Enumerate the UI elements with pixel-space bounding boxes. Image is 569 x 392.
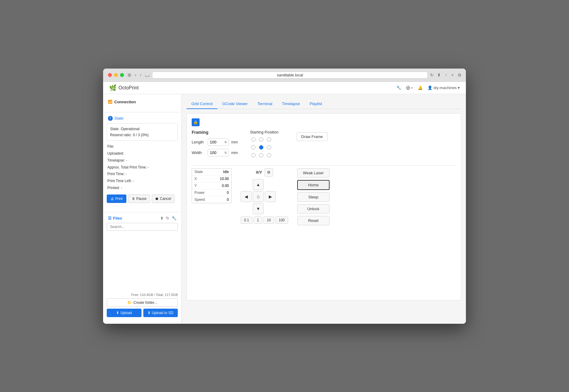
sidebar-footer: Free: 110.4GB / Total: 117.0GB 📁 Create … xyxy=(103,293,181,320)
logo-icon: 🌿 xyxy=(109,84,117,92)
xy-joystick: X/Y ⚙ ▲ ◀ ⌂ ▶ ▼ xyxy=(241,168,288,224)
main-content: Grbl Control GCode Viewer Terminal Timel… xyxy=(182,94,466,324)
speed-value-cell: 0 xyxy=(213,196,231,203)
browser-window: ⊞ ‹ › 📖 sandtable.local ↻ ⬇ ↑ + ⧉ 🌿 Octo… xyxy=(103,69,466,324)
file-info: File: Uploaded: Timelapse: - Approx. Tot… xyxy=(107,143,178,191)
folder-icon: 📁 xyxy=(127,300,132,305)
jog-empty-tl xyxy=(241,179,252,190)
wrench-icon[interactable]: 🔧 xyxy=(396,85,401,90)
connection-section: 📶 Connection xyxy=(103,98,181,110)
radio-ml[interactable] xyxy=(251,145,255,149)
width-unit: mm xyxy=(231,150,238,155)
user-menu[interactable]: 👤 diy-machines ▾ xyxy=(428,85,460,90)
back-icon[interactable]: ‹ xyxy=(135,72,136,77)
tab-gcode[interactable]: GCode Viewer xyxy=(217,99,252,109)
close-button[interactable] xyxy=(108,73,112,77)
url-bar[interactable]: sandtable.local xyxy=(152,72,428,79)
radio-tc[interactable] xyxy=(259,137,263,142)
tab-grbl[interactable]: Grbl Control xyxy=(187,99,217,109)
forward-icon[interactable]: › xyxy=(140,72,141,77)
table-row: State Idle xyxy=(192,169,231,175)
table-row: X 10.00 xyxy=(192,175,231,182)
upload-icon[interactable]: ⬆ xyxy=(160,216,164,220)
width-input[interactable]: 100 ⇅ xyxy=(208,149,229,156)
tab-terminal[interactable]: Terminal xyxy=(252,99,277,109)
reader-icon: 📖 xyxy=(145,73,150,77)
jog-grid: ▲ ◀ ⌂ ▶ ▼ xyxy=(241,179,288,214)
files-header: ☰ Files ⬆ ↻ 🔧 xyxy=(107,215,178,223)
jog-up-button[interactable]: ▲ xyxy=(253,179,264,190)
jog-empty-tr xyxy=(265,179,276,190)
radio-bl[interactable] xyxy=(251,153,255,157)
maximize-button[interactable] xyxy=(120,73,124,77)
list-icon: ☰ xyxy=(108,216,112,220)
tab-timelapse[interactable]: Timelapse xyxy=(277,99,305,109)
starting-position-title: Starting Position xyxy=(250,130,279,134)
home-button[interactable]: Home xyxy=(297,180,330,190)
download-icon[interactable]: ⬇ xyxy=(437,72,441,78)
browser-toolbar-right: ⬇ ↑ + ⧉ xyxy=(437,72,461,78)
xy-table-container: State Idle X 10.00 Y 0.0 xyxy=(192,168,232,207)
share-icon[interactable]: ↑ xyxy=(445,72,447,78)
settings-jog-button[interactable]: ⚙ xyxy=(265,168,273,177)
logo: 🌿 OctoPrint xyxy=(109,84,139,92)
y-value-cell: 0.00 xyxy=(213,182,231,189)
step-1-button[interactable]: 1 xyxy=(254,217,262,224)
print-button[interactable]: 🖨 Print xyxy=(107,194,126,203)
step-0.1-button[interactable]: 0.1 xyxy=(241,217,252,224)
length-input[interactable]: 100 ⇅ xyxy=(208,138,229,146)
main-layout: 📶 Connection i State State: Operational xyxy=(103,94,466,324)
weak-laser-button[interactable]: Weak Laser xyxy=(297,168,330,178)
files-actions: ⬆ ↻ 🔧 xyxy=(160,216,177,220)
bell-icon[interactable]: 🔔 xyxy=(418,85,423,90)
radio-mr[interactable] xyxy=(267,145,271,149)
y-label-cell: Y xyxy=(192,182,213,189)
new-tab-icon[interactable]: + xyxy=(451,72,454,78)
power-value-cell: 0 xyxy=(213,189,231,196)
lock-icon[interactable]: 🔒 xyxy=(192,118,200,126)
step-10-button[interactable]: 10 xyxy=(263,217,274,224)
draw-frame-button[interactable]: Draw Frame xyxy=(297,132,327,141)
framing-title: Framing xyxy=(192,130,238,135)
state-info-box: State: Operational Resend ratio: 0 / 3 (… xyxy=(107,123,178,141)
tab-playlist[interactable]: Playlist xyxy=(305,99,327,109)
jog-down-button[interactable]: ▼ xyxy=(253,203,264,214)
upload-buttons: ⬆ Upload ⬆ Upload to SD xyxy=(107,309,178,317)
info-icon: i xyxy=(108,116,113,121)
jog-home-button[interactable]: ⌂ xyxy=(253,191,264,202)
state-label-cell: State xyxy=(192,169,213,175)
printer-icon: 🖨 xyxy=(110,197,114,201)
xy-label: X/Y ⚙ xyxy=(241,168,288,177)
search-input[interactable] xyxy=(107,223,178,231)
upload-sd-button[interactable]: ⬆ Upload to SD xyxy=(143,309,178,317)
jog-left-button[interactable]: ◀ xyxy=(241,191,252,202)
radio-tr[interactable] xyxy=(267,137,271,142)
app-title: OctoPrint xyxy=(119,85,139,91)
speed-label-cell: Speed xyxy=(192,196,213,203)
upload-button[interactable]: ⬆ Upload xyxy=(107,309,141,317)
control-section: State Idle X 10.00 Y 0.0 xyxy=(192,168,456,225)
cancel-button[interactable]: ⏹ Cancel xyxy=(152,194,174,203)
minimize-button[interactable] xyxy=(114,73,118,77)
wrench-files-icon[interactable]: 🔧 xyxy=(172,216,177,220)
pause-button[interactable]: ⏸ Pause xyxy=(128,194,150,203)
radio-tl[interactable] xyxy=(251,137,255,142)
sleep-button[interactable]: Sleep xyxy=(297,192,330,202)
unlock-button[interactable]: Unlock xyxy=(297,204,330,214)
power-icon[interactable]: ⏻ ▾ xyxy=(406,85,413,90)
tabs-icon[interactable]: ⧉ xyxy=(458,72,461,78)
step-buttons: 0.1 1 10 100 xyxy=(241,217,288,224)
refresh-files-icon[interactable]: ↻ xyxy=(166,216,169,220)
step-100-button[interactable]: 100 xyxy=(275,217,288,224)
jog-right-button[interactable]: ▶ xyxy=(265,191,276,202)
reset-button[interactable]: Reset xyxy=(297,216,330,225)
radio-bc[interactable] xyxy=(259,153,263,157)
sidebar-toggle-icon[interactable]: ⊞ xyxy=(128,72,131,77)
create-folder-button[interactable]: 📁 Create folder... xyxy=(107,298,178,307)
title-bar: ⊞ ‹ › 📖 sandtable.local ↻ ⬇ ↑ + ⧉ xyxy=(103,69,466,82)
stop-icon: ⏹ xyxy=(155,197,159,201)
radio-br[interactable] xyxy=(267,153,271,157)
radio-mc[interactable] xyxy=(259,145,263,149)
upload-sd-icon: ⬆ xyxy=(148,311,151,315)
refresh-icon[interactable]: ↻ xyxy=(430,73,434,77)
